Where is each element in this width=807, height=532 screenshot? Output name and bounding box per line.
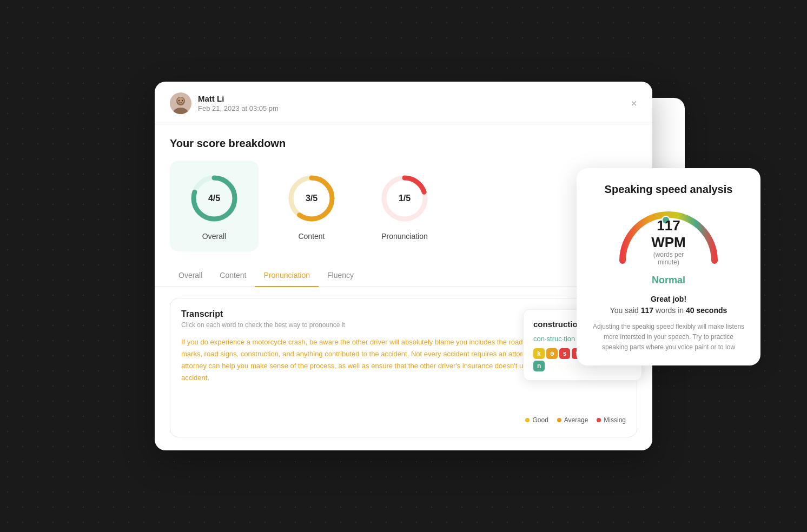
scores-row: 4/5 Overall 3/5 Content bbox=[170, 161, 637, 264]
phoneme-ə[interactable]: ə bbox=[546, 348, 558, 359]
section-title: Your score breakdown bbox=[170, 137, 637, 150]
legend-missing: Missing bbox=[597, 416, 626, 424]
great-job-label: Great job! bbox=[651, 295, 686, 303]
legend: Good Average Missing bbox=[181, 416, 626, 426]
phoneme-k1[interactable]: k bbox=[533, 348, 545, 359]
overall-label: Overall bbox=[202, 232, 226, 241]
legend-dot-average bbox=[557, 418, 561, 422]
phoneme-s[interactable]: s bbox=[559, 348, 571, 359]
gauge-status: Normal bbox=[592, 275, 745, 286]
score-card-content: 3/5 Content bbox=[272, 161, 352, 251]
overall-value: 4/5 bbox=[208, 194, 220, 203]
user-name: Matt Li bbox=[198, 94, 279, 103]
modal-wrapper: Matt Li Feb 21, 2023 at 03:05 pm × Your … bbox=[155, 82, 652, 450]
speed-message: Great job! You said 117 words in 40 seco… bbox=[592, 294, 745, 316]
legend-dot-missing bbox=[597, 418, 601, 422]
tab-pronunciation[interactable]: Pronunciation bbox=[255, 264, 319, 287]
legend-dot-good bbox=[525, 418, 530, 422]
close-button[interactable]: × bbox=[631, 98, 637, 109]
svg-point-1 bbox=[173, 108, 188, 114]
gauge-container: 117 WPM (words per minute) bbox=[614, 207, 723, 266]
tab-fluency[interactable]: Fluency bbox=[319, 264, 362, 287]
phoneme-n[interactable]: n bbox=[533, 361, 545, 371]
speed-title: Speaking speed analysis bbox=[592, 183, 745, 196]
gauge-value: 117 WPM (words per minute) bbox=[641, 217, 696, 266]
legend-good: Good bbox=[525, 416, 548, 424]
donut-pronunciation: 1/5 bbox=[378, 171, 432, 225]
legend-good-label: Good bbox=[532, 416, 548, 424]
user-date: Feb 21, 2023 at 03:05 pm bbox=[198, 104, 279, 112]
gauge-wpm: 117 WPM bbox=[641, 217, 696, 251]
tab-content[interactable]: Content bbox=[211, 264, 255, 287]
popup-word: construction bbox=[533, 320, 583, 329]
legend-average: Average bbox=[557, 416, 588, 424]
score-card-pronunciation: 1/5 Pronunciation bbox=[365, 161, 445, 251]
highlight-construction[interactable]: construction bbox=[241, 350, 279, 358]
legend-average-label: Average bbox=[564, 416, 588, 424]
transcript-card: Transcript Click on each word to check t… bbox=[170, 298, 637, 437]
content-value: 3/5 bbox=[306, 194, 317, 203]
score-card-overall: 4/5 Overall bbox=[170, 161, 259, 251]
gauge-unit: (words per minute) bbox=[641, 251, 696, 266]
second-count: 40 seconds bbox=[686, 306, 727, 315]
svg-point-4 bbox=[182, 99, 183, 101]
donut-content: 3/5 bbox=[285, 171, 339, 225]
user-details: Matt Li Feb 21, 2023 at 03:05 pm bbox=[198, 94, 279, 112]
word-count: 117 bbox=[641, 306, 653, 315]
speed-description: Adjusting the speakig speed flexibly wil… bbox=[592, 322, 745, 353]
content-label: Content bbox=[298, 232, 325, 241]
user-info: Matt Li Feb 21, 2023 at 03:05 pm bbox=[170, 92, 279, 114]
donut-overall: 4/5 bbox=[187, 171, 241, 225]
pronunciation-label: Pronunciation bbox=[381, 232, 428, 241]
avatar bbox=[170, 92, 191, 114]
pronunciation-value: 1/5 bbox=[399, 194, 411, 203]
modal-header: Matt Li Feb 21, 2023 at 03:05 pm × bbox=[155, 82, 652, 124]
tab-overall[interactable]: Overall bbox=[170, 264, 211, 287]
legend-missing-label: Missing bbox=[604, 416, 626, 424]
svg-point-3 bbox=[178, 99, 180, 101]
speed-panel: Speaking speed analysis bbox=[577, 168, 760, 366]
